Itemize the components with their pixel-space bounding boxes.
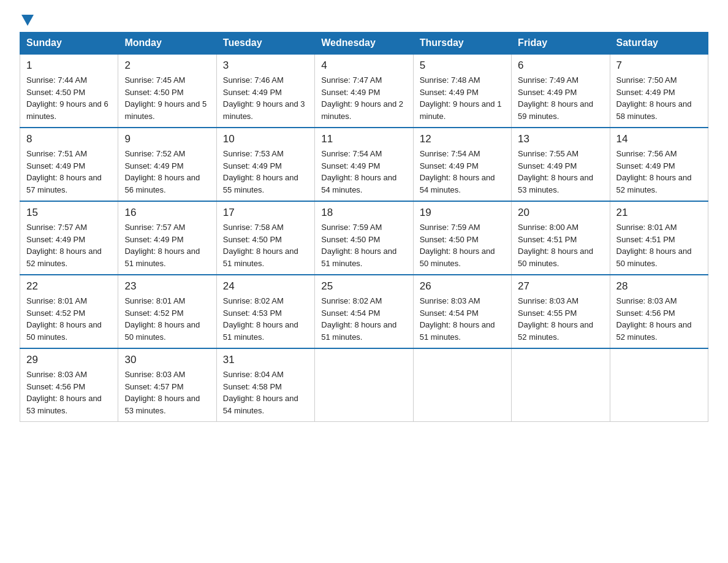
calendar-cell [413, 348, 511, 422]
day-info: Sunrise: 7:51 AMSunset: 4:49 PMDaylight:… [26, 149, 102, 194]
day-info: Sunrise: 7:49 AMSunset: 4:49 PMDaylight:… [518, 75, 593, 121]
day-info: Sunrise: 7:46 AMSunset: 4:49 PMDaylight:… [223, 75, 305, 121]
day-number: 31 [223, 354, 308, 366]
day-info: Sunrise: 7:55 AMSunset: 4:49 PMDaylight:… [518, 149, 593, 194]
day-number: 22 [26, 280, 112, 293]
day-number: 2 [124, 59, 210, 72]
calendar-cell: 16 Sunrise: 7:57 AMSunset: 4:49 PMDaylig… [118, 201, 216, 275]
day-info: Sunrise: 7:59 AMSunset: 4:50 PMDaylight:… [321, 223, 396, 268]
calendar-cell: 10 Sunrise: 7:53 AMSunset: 4:49 PMDaylig… [216, 128, 314, 201]
day-number: 21 [616, 207, 702, 219]
calendar-cell: 27 Sunrise: 8:03 AMSunset: 4:55 PMDaylig… [512, 275, 610, 348]
day-number: 9 [124, 133, 210, 145]
day-number: 27 [518, 280, 603, 293]
day-number: 8 [26, 133, 112, 145]
day-info: Sunrise: 7:59 AMSunset: 4:50 PMDaylight:… [420, 223, 495, 268]
weekday-header-friday: Friday [512, 33, 610, 55]
calendar-cell [610, 348, 708, 422]
day-number: 19 [420, 207, 505, 219]
week-row-3: 15 Sunrise: 7:57 AMSunset: 4:49 PMDaylig… [20, 201, 708, 275]
day-number: 1 [26, 59, 112, 72]
day-info: Sunrise: 7:58 AMSunset: 4:50 PMDaylight:… [223, 223, 298, 268]
calendar-cell: 18 Sunrise: 7:59 AMSunset: 4:50 PMDaylig… [315, 201, 413, 275]
day-info: Sunrise: 7:44 AMSunset: 4:50 PMDaylight:… [26, 75, 108, 121]
day-info: Sunrise: 7:56 AMSunset: 4:49 PMDaylight:… [616, 149, 692, 194]
week-row-5: 29 Sunrise: 8:03 AMSunset: 4:56 PMDaylig… [20, 348, 708, 422]
day-number: 18 [321, 207, 406, 219]
calendar-cell [512, 348, 610, 422]
calendar-cell: 11 Sunrise: 7:54 AMSunset: 4:49 PMDaylig… [315, 128, 413, 201]
day-number: 6 [518, 59, 603, 72]
day-info: Sunrise: 7:48 AMSunset: 4:49 PMDaylight:… [420, 75, 502, 121]
logo [20, 15, 36, 26]
day-info: Sunrise: 8:03 AMSunset: 4:57 PMDaylight:… [124, 370, 200, 415]
day-number: 23 [124, 280, 210, 293]
day-number: 10 [223, 133, 308, 145]
day-info: Sunrise: 8:04 AMSunset: 4:58 PMDaylight:… [223, 370, 298, 415]
weekday-header-monday: Monday [118, 33, 216, 55]
day-info: Sunrise: 7:52 AMSunset: 4:49 PMDaylight:… [124, 149, 200, 194]
week-row-4: 22 Sunrise: 8:01 AMSunset: 4:52 PMDaylig… [20, 275, 708, 348]
day-info: Sunrise: 7:57 AMSunset: 4:49 PMDaylight:… [26, 223, 102, 268]
day-number: 12 [420, 133, 505, 145]
calendar-cell: 7 Sunrise: 7:50 AMSunset: 4:49 PMDayligh… [610, 54, 708, 128]
calendar-cell: 15 Sunrise: 7:57 AMSunset: 4:49 PMDaylig… [20, 201, 118, 275]
weekday-header-wednesday: Wednesday [315, 33, 413, 55]
calendar-cell: 22 Sunrise: 8:01 AMSunset: 4:52 PMDaylig… [20, 275, 118, 348]
calendar-cell: 8 Sunrise: 7:51 AMSunset: 4:49 PMDayligh… [20, 128, 118, 201]
day-number: 15 [26, 207, 112, 219]
day-info: Sunrise: 8:02 AMSunset: 4:54 PMDaylight:… [321, 296, 396, 342]
day-number: 7 [616, 59, 702, 72]
calendar-cell: 23 Sunrise: 8:01 AMSunset: 4:52 PMDaylig… [118, 275, 216, 348]
calendar-cell: 9 Sunrise: 7:52 AMSunset: 4:49 PMDayligh… [118, 128, 216, 201]
weekday-header-saturday: Saturday [610, 33, 708, 55]
day-number: 25 [321, 280, 406, 293]
day-number: 13 [518, 133, 603, 145]
weekday-header-sunday: Sunday [20, 33, 118, 55]
day-info: Sunrise: 8:03 AMSunset: 4:54 PMDaylight:… [420, 296, 495, 342]
day-number: 5 [420, 59, 505, 72]
calendar-cell: 5 Sunrise: 7:48 AMSunset: 4:49 PMDayligh… [413, 54, 511, 128]
calendar-cell: 31 Sunrise: 8:04 AMSunset: 4:58 PMDaylig… [216, 348, 314, 422]
calendar-cell: 4 Sunrise: 7:47 AMSunset: 4:49 PMDayligh… [315, 54, 413, 128]
day-number: 24 [223, 280, 308, 293]
calendar-cell: 25 Sunrise: 8:02 AMSunset: 4:54 PMDaylig… [315, 275, 413, 348]
day-info: Sunrise: 8:00 AMSunset: 4:51 PMDaylight:… [518, 223, 593, 268]
day-info: Sunrise: 7:45 AMSunset: 4:50 PMDaylight:… [124, 75, 207, 121]
calendar-cell: 24 Sunrise: 8:02 AMSunset: 4:53 PMDaylig… [216, 275, 314, 348]
day-info: Sunrise: 8:03 AMSunset: 4:55 PMDaylight:… [518, 296, 593, 342]
day-info: Sunrise: 8:01 AMSunset: 4:52 PMDaylight:… [124, 296, 200, 342]
weekday-header-thursday: Thursday [413, 33, 511, 55]
calendar-cell: 14 Sunrise: 7:56 AMSunset: 4:49 PMDaylig… [610, 128, 708, 201]
day-number: 16 [124, 207, 210, 219]
day-number: 3 [223, 59, 308, 72]
week-row-2: 8 Sunrise: 7:51 AMSunset: 4:49 PMDayligh… [20, 128, 708, 201]
day-number: 30 [124, 354, 210, 366]
calendar-cell: 17 Sunrise: 7:58 AMSunset: 4:50 PMDaylig… [216, 201, 314, 275]
day-number: 28 [616, 280, 702, 293]
day-info: Sunrise: 8:03 AMSunset: 4:56 PMDaylight:… [26, 370, 102, 415]
calendar-cell: 2 Sunrise: 7:45 AMSunset: 4:50 PMDayligh… [118, 54, 216, 128]
calendar-cell: 1 Sunrise: 7:44 AMSunset: 4:50 PMDayligh… [20, 54, 118, 128]
day-number: 17 [223, 207, 308, 219]
page-header [20, 15, 708, 26]
calendar-cell: 30 Sunrise: 8:03 AMSunset: 4:57 PMDaylig… [118, 348, 216, 422]
calendar-cell [315, 348, 413, 422]
day-info: Sunrise: 7:57 AMSunset: 4:49 PMDaylight:… [124, 223, 200, 268]
calendar-cell: 21 Sunrise: 8:01 AMSunset: 4:51 PMDaylig… [610, 201, 708, 275]
calendar-table: SundayMondayTuesdayWednesdayThursdayFrid… [20, 32, 708, 422]
day-info: Sunrise: 7:54 AMSunset: 4:49 PMDaylight:… [321, 149, 396, 194]
calendar-cell: 3 Sunrise: 7:46 AMSunset: 4:49 PMDayligh… [216, 54, 314, 128]
calendar-cell: 20 Sunrise: 8:00 AMSunset: 4:51 PMDaylig… [512, 201, 610, 275]
weekday-header-row: SundayMondayTuesdayWednesdayThursdayFrid… [20, 33, 708, 55]
day-info: Sunrise: 7:47 AMSunset: 4:49 PMDaylight:… [321, 75, 403, 121]
day-info: Sunrise: 7:53 AMSunset: 4:49 PMDaylight:… [223, 149, 298, 194]
calendar-cell: 26 Sunrise: 8:03 AMSunset: 4:54 PMDaylig… [413, 275, 511, 348]
day-number: 26 [420, 280, 505, 293]
calendar-cell: 13 Sunrise: 7:55 AMSunset: 4:49 PMDaylig… [512, 128, 610, 201]
day-number: 4 [321, 59, 406, 72]
day-info: Sunrise: 7:50 AMSunset: 4:49 PMDaylight:… [616, 75, 692, 121]
calendar-cell: 29 Sunrise: 8:03 AMSunset: 4:56 PMDaylig… [20, 348, 118, 422]
calendar-cell: 6 Sunrise: 7:49 AMSunset: 4:49 PMDayligh… [512, 54, 610, 128]
weekday-header-tuesday: Tuesday [216, 33, 314, 55]
